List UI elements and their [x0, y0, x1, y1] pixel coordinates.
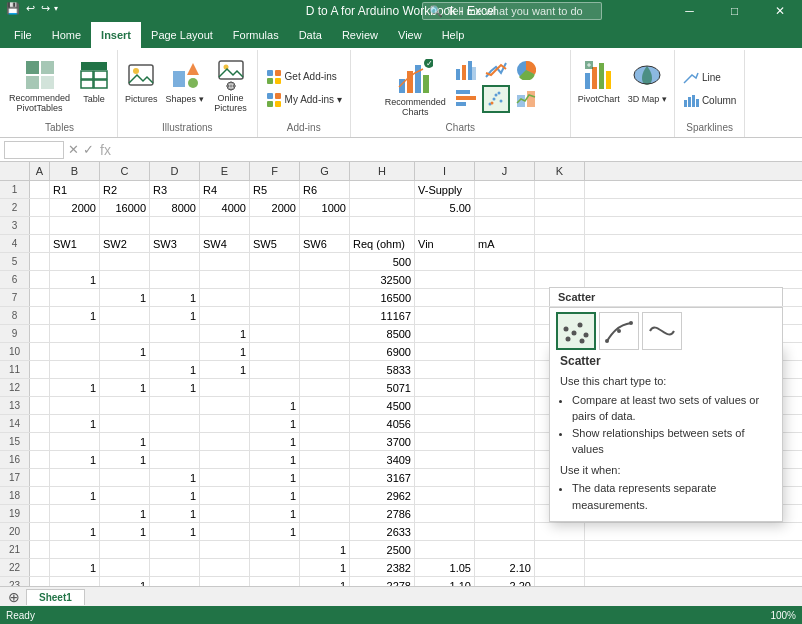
grid-cell[interactable]: [300, 451, 350, 469]
pie-chart-btn[interactable]: [512, 56, 540, 84]
grid-cell[interactable]: [300, 397, 350, 415]
3d-map-btn[interactable]: 3D Map ▾: [625, 54, 670, 122]
grid-cell[interactable]: [415, 487, 475, 505]
grid-cell[interactable]: [535, 235, 585, 253]
grid-cell[interactable]: [300, 217, 350, 235]
grid-cell[interactable]: [415, 541, 475, 559]
grid-cell[interactable]: 5.00: [415, 199, 475, 217]
grid-cell[interactable]: [535, 181, 585, 199]
grid-cell[interactable]: 1: [50, 271, 100, 289]
grid-cell[interactable]: 11167: [350, 307, 415, 325]
grid-cell[interactable]: [300, 469, 350, 487]
grid-cell[interactable]: [300, 253, 350, 271]
grid-cell[interactable]: 1: [150, 379, 200, 397]
grid-cell[interactable]: 32500: [350, 271, 415, 289]
grid-cell[interactable]: 1000: [300, 199, 350, 217]
grid-cell[interactable]: [415, 343, 475, 361]
grid-cell[interactable]: [100, 325, 150, 343]
grid-cell[interactable]: 3409: [350, 451, 415, 469]
grid-cell[interactable]: R5: [250, 181, 300, 199]
grid-cell[interactable]: 1: [250, 469, 300, 487]
table-btn[interactable]: Table: [75, 54, 113, 122]
grid-cell[interactable]: SW4: [200, 235, 250, 253]
grid-cell[interactable]: [475, 253, 535, 271]
grid-cell[interactable]: [250, 361, 300, 379]
pictures-btn[interactable]: Pictures: [122, 54, 161, 122]
grid-cell[interactable]: R1: [50, 181, 100, 199]
grid-cell[interactable]: R3: [150, 181, 200, 199]
grid-cell[interactable]: [150, 433, 200, 451]
redo-qat-btn[interactable]: ↪: [39, 2, 52, 15]
grid-cell[interactable]: 6900: [350, 343, 415, 361]
grid-cell[interactable]: [200, 379, 250, 397]
grid-cell[interactable]: [30, 325, 50, 343]
col-header-b[interactable]: B: [50, 162, 100, 180]
grid-cell[interactable]: [200, 433, 250, 451]
grid-cell[interactable]: 3700: [350, 433, 415, 451]
grid-cell[interactable]: [415, 307, 475, 325]
grid-cell[interactable]: 3167: [350, 469, 415, 487]
grid-cell[interactable]: [150, 271, 200, 289]
grid-cell[interactable]: [30, 397, 50, 415]
grid-cell[interactable]: [30, 217, 50, 235]
grid-cell[interactable]: [30, 271, 50, 289]
grid-cell[interactable]: [415, 523, 475, 541]
tab-file[interactable]: File: [4, 22, 42, 48]
grid-cell[interactable]: SW5: [250, 235, 300, 253]
grid-cell[interactable]: [100, 415, 150, 433]
grid-cell[interactable]: 2786: [350, 505, 415, 523]
grid-cell[interactable]: [30, 523, 50, 541]
bar-chart-btn[interactable]: [452, 85, 480, 113]
grid-cell[interactable]: [300, 415, 350, 433]
recommended-charts-btn[interactable]: ✓ RecommendedCharts: [381, 54, 450, 120]
grid-cell[interactable]: mA: [475, 235, 535, 253]
grid-cell[interactable]: [50, 469, 100, 487]
grid-cell[interactable]: [200, 253, 250, 271]
grid-cell[interactable]: [150, 343, 200, 361]
col-header-e[interactable]: E: [200, 162, 250, 180]
grid-cell[interactable]: [100, 361, 150, 379]
add-sheet-btn[interactable]: ⊕: [4, 588, 24, 606]
grid-cell[interactable]: [475, 271, 535, 289]
formula-cancel-btn[interactable]: ✕: [68, 142, 79, 157]
grid-cell[interactable]: [535, 199, 585, 217]
grid-cell[interactable]: [50, 361, 100, 379]
grid-cell[interactable]: [250, 379, 300, 397]
grid-cell[interactable]: [150, 415, 200, 433]
grid-cell[interactable]: 1: [100, 379, 150, 397]
grid-cell[interactable]: 1: [250, 505, 300, 523]
grid-cell[interactable]: [200, 397, 250, 415]
grid-cell[interactable]: 2382: [350, 559, 415, 577]
grid-cell[interactable]: V-Supply: [415, 181, 475, 199]
scatter-chart-btn[interactable]: [482, 85, 510, 113]
shapes-btn[interactable]: Shapes ▾: [163, 54, 207, 122]
tab-view[interactable]: View: [388, 22, 432, 48]
grid-cell[interactable]: [100, 307, 150, 325]
grid-cell[interactable]: 1: [250, 415, 300, 433]
grid-cell[interactable]: [300, 271, 350, 289]
grid-cell[interactable]: 2.10: [475, 559, 535, 577]
grid-cell[interactable]: [300, 379, 350, 397]
grid-cell[interactable]: [475, 397, 535, 415]
grid-cell[interactable]: [200, 307, 250, 325]
my-addins-btn[interactable]: My Add-ins ▾: [262, 89, 346, 111]
grid-cell[interactable]: [250, 253, 300, 271]
grid-cell[interactable]: 1: [300, 559, 350, 577]
grid-cell[interactable]: [30, 541, 50, 559]
grid-cell[interactable]: [415, 397, 475, 415]
grid-cell[interactable]: [30, 451, 50, 469]
grid-cell[interactable]: [50, 253, 100, 271]
grid-cell[interactable]: 1: [50, 559, 100, 577]
grid-cell[interactable]: 1.05: [415, 559, 475, 577]
qat-dropdown-btn[interactable]: ▾: [54, 4, 58, 13]
save-qat-btn[interactable]: 💾: [4, 2, 22, 15]
grid-cell[interactable]: SW6: [300, 235, 350, 253]
grid-cell[interactable]: R6: [300, 181, 350, 199]
grid-cell[interactable]: [475, 307, 535, 325]
grid-cell[interactable]: [250, 559, 300, 577]
grid-cell[interactable]: [475, 289, 535, 307]
grid-cell[interactable]: [300, 487, 350, 505]
grid-cell[interactable]: [50, 397, 100, 415]
grid-cell[interactable]: [415, 271, 475, 289]
grid-cell[interactable]: [535, 523, 585, 541]
